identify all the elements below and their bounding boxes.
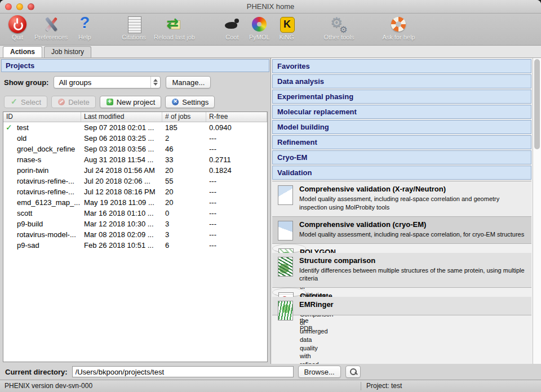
toolbar-item[interactable]: Quit xyxy=(5,15,30,41)
project-id-cell: rotavirus-model-... xyxy=(3,229,81,240)
show-group-label: Show group: xyxy=(4,78,48,87)
project-row[interactable]: rotavirus-model-... Mar 08 2018 02:09 ..… xyxy=(3,229,267,240)
column-header-jobs[interactable]: # of jobs xyxy=(162,112,206,122)
delete-project-button[interactable]: Delete xyxy=(51,96,96,108)
project-jobs-cell: 20 xyxy=(162,165,206,176)
icon-other-tools xyxy=(330,15,348,33)
validation-item-description: Model quality assessment, including real… xyxy=(299,195,525,212)
toolbar-item[interactable]: Other tools xyxy=(320,15,358,41)
validation-item[interactable]: Comprehensive validation (cryo-EM) Model… xyxy=(272,217,531,244)
project-id-cell: rotavirus-refine-... xyxy=(3,176,81,186)
project-row[interactable]: porin-twin Jul 24 2018 01:56 AM 20 0.182… xyxy=(3,165,267,176)
status-bar: PHENIX version dev-svn-000 Project: test xyxy=(0,380,541,392)
validation-item-title: Comprehensive validation (X-ray/Neutron) xyxy=(299,185,526,193)
column-header-last-modified[interactable]: Last modified xyxy=(81,112,162,122)
project-row[interactable]: old Sep 06 2018 03:25 ... 2 --- xyxy=(3,133,267,144)
category-section[interactable]: Data analysis xyxy=(272,74,531,88)
project-row[interactable]: groel_dock_refine Sep 03 2018 03:56 ... … xyxy=(3,144,267,154)
close-window-button[interactable] xyxy=(5,3,12,10)
icon-ask-help xyxy=(389,15,407,33)
scrollbar-thumb[interactable] xyxy=(534,59,540,149)
project-modified-cell: Aug 31 2018 11:54 ... xyxy=(81,154,162,165)
icon-preferences xyxy=(42,15,60,33)
toolbar-item[interactable]: Citations xyxy=(118,15,150,41)
toolbar-item[interactable]: Reload last job xyxy=(150,15,199,41)
project-id-cell: emd_6123_map_... xyxy=(3,197,81,208)
toolbar-item[interactable]: Ask for help xyxy=(378,15,419,41)
project-modified-cell: Mar 08 2018 02:09 ... xyxy=(81,229,162,240)
category-section[interactable]: Refinement xyxy=(272,135,531,149)
select-project-button[interactable]: Select xyxy=(4,96,47,108)
toolbar-item-label: Ask for help xyxy=(382,34,415,41)
search-button[interactable] xyxy=(345,366,361,378)
icon-quit xyxy=(8,15,26,33)
toolbar-item[interactable]: Coot xyxy=(219,15,245,41)
project-row[interactable]: scott Mar 16 2018 01:10 ... 0 --- xyxy=(3,208,267,219)
project-jobs-cell: 20 xyxy=(162,186,206,197)
manage-groups-button[interactable]: Manage... xyxy=(166,76,211,88)
projects-header: Projects xyxy=(1,59,269,72)
phenix-home-window: PHENIX home Quit Preferences Help Citati… xyxy=(0,0,541,392)
icon-citations xyxy=(125,15,143,33)
project-jobs-cell: 3 xyxy=(162,219,206,229)
minimize-window-button[interactable] xyxy=(16,3,23,10)
project-rfree-cell: --- xyxy=(206,176,267,186)
validation-items: Comprehensive validation (X-ray/Neutron)… xyxy=(272,181,531,315)
toolbar-item[interactable]: PyMOL xyxy=(245,15,274,41)
validation-item[interactable]: EMRinger xyxy=(272,297,531,315)
project-row[interactable]: emd_6123_map_... May 19 2018 11:09 ... 2… xyxy=(3,197,267,208)
browse-button[interactable]: Browse... xyxy=(298,366,341,378)
project-modified-cell: Feb 26 2018 10:51 ... xyxy=(81,240,162,251)
settings-button[interactable]: Settings xyxy=(165,96,215,108)
project-row[interactable]: rotavirus-refine-... Jul 20 2018 02:06 .… xyxy=(3,176,267,186)
category-section[interactable]: Cryo-EM xyxy=(272,150,531,164)
validation-item[interactable]: POLYGON [deprecated] Graphical compariso… xyxy=(272,244,306,253)
category-section[interactable]: Experimental phasing xyxy=(272,90,531,104)
category-section[interactable]: Favorites xyxy=(272,59,531,73)
column-header-rfree[interactable]: R-free xyxy=(206,112,267,122)
project-modified-cell: Sep 06 2018 03:25 ... xyxy=(81,133,162,144)
validation-item[interactable]: Structure comparison Identify difference… xyxy=(272,253,531,288)
zoom-window-button[interactable] xyxy=(28,3,34,10)
toolbar-item-label: Preferences xyxy=(34,34,68,41)
current-project-status-text: Project: test xyxy=(366,382,402,390)
project-jobs-cell: 20 xyxy=(162,197,206,208)
plus-icon xyxy=(106,98,114,106)
delete-icon xyxy=(57,98,65,106)
project-row[interactable]: rotavirus-refine-... Jul 12 2018 08:16 P… xyxy=(3,186,267,197)
project-rfree-cell: --- xyxy=(206,208,267,219)
project-modified-cell: Jul 24 2018 01:56 AM xyxy=(81,165,162,176)
project-rfree-cell: --- xyxy=(206,197,267,208)
toolbar-item[interactable]: Help xyxy=(72,15,97,41)
project-rfree-cell: --- xyxy=(206,240,267,251)
category-section[interactable]: Validation xyxy=(272,166,531,180)
category-section[interactable]: Molecular replacement xyxy=(272,105,531,119)
tab-actions[interactable]: Actions xyxy=(3,46,42,57)
validation-item-description: Model quality assessment, including real… xyxy=(299,230,525,239)
projects-panel: Projects Show group: All groups Manage..… xyxy=(0,58,271,364)
project-row[interactable]: p9-sad Feb 26 2018 10:51 ... 6 --- xyxy=(3,240,267,251)
project-id-cell: groel_dock_refine xyxy=(3,144,81,154)
validation-item[interactable]: Calculate CC* Comparison of unmerged dat… xyxy=(272,288,306,297)
new-project-button[interactable]: New project xyxy=(100,96,162,108)
check-icon xyxy=(10,98,18,106)
toolbar-item[interactable]: Preferences xyxy=(30,15,72,41)
category-section[interactable]: Model building xyxy=(272,120,531,134)
project-rfree-cell: --- xyxy=(206,219,267,229)
project-row[interactable]: p9-build Mar 12 2018 10:30 ... 3 --- xyxy=(3,219,267,229)
group-select[interactable]: All groups xyxy=(54,76,161,88)
vertical-scrollbar[interactable] xyxy=(533,58,541,364)
column-header-id[interactable]: ID xyxy=(3,112,81,122)
project-modified-cell: Mar 16 2018 01:10 ... xyxy=(81,208,162,219)
project-row[interactable]: test Sep 07 2018 02:01 ... 185 0.0940 xyxy=(3,122,267,133)
current-directory-input[interactable] xyxy=(72,366,294,377)
project-id-cell: scott xyxy=(3,208,81,219)
validation-item[interactable]: Comprehensive validation (X-ray/Neutron)… xyxy=(272,181,531,217)
tab-job-history[interactable]: Job history xyxy=(44,46,91,57)
project-row[interactable]: rnase-s Aug 31 2018 11:54 ... 33 0.2711 xyxy=(3,154,267,165)
toolbar-item[interactable]: KiNG xyxy=(274,15,300,41)
project-id-cell: p9-sad xyxy=(3,240,81,251)
group-select-value: All groups xyxy=(59,78,91,87)
validation-item-title: EMRinger xyxy=(299,300,526,309)
projects-table-body: test Sep 07 2018 02:01 ... 185 0.0940 ol… xyxy=(3,122,267,362)
